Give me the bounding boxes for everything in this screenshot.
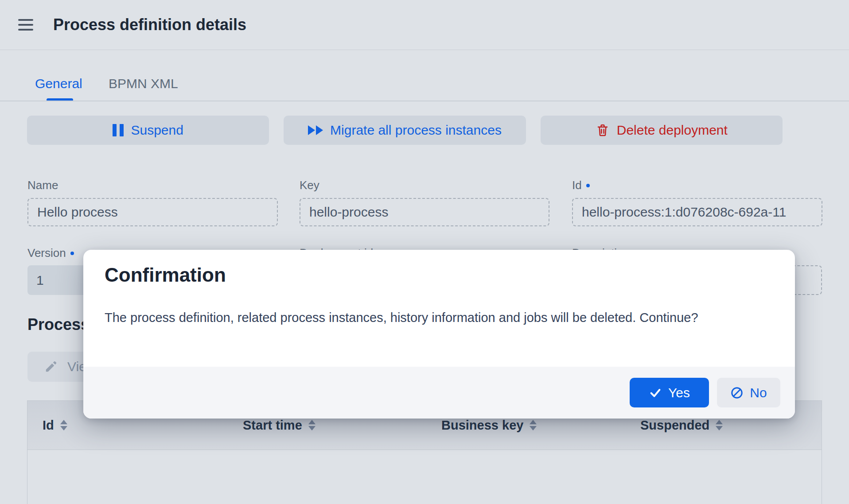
name-label: Name [27, 178, 58, 192]
dialog-message: The process definition, related process … [105, 309, 778, 326]
page-title: Process definition details [53, 16, 246, 34]
dialog-title: Confirmation [105, 264, 226, 286]
yes-button[interactable]: Yes [630, 378, 709, 407]
tab-general[interactable]: General [35, 76, 82, 91]
process-section-title: Process [27, 315, 90, 334]
key-label: Key [300, 178, 319, 192]
check-icon [649, 386, 662, 399]
migrate-button[interactable]: Migrate all process instances [284, 116, 526, 145]
key-field[interactable]: hello-process [300, 198, 549, 226]
pause-icon [113, 124, 124, 136]
sort-icon [308, 420, 315, 430]
menu-icon[interactable] [18, 19, 33, 31]
ban-icon [730, 386, 744, 399]
confirmation-dialog: Confirmation The process definition, rel… [83, 250, 795, 419]
sort-icon [60, 420, 67, 430]
app-header: Process definition details [0, 0, 849, 50]
tab-divider [0, 101, 849, 101]
id-label: Id [572, 178, 590, 192]
dialog-footer: Yes No [83, 367, 795, 419]
trash-icon [596, 123, 610, 138]
id-field[interactable]: hello-process:1:d076208c-692a-11 [572, 198, 822, 226]
tab-bpmn-xml[interactable]: BPMN XML [109, 76, 178, 91]
tab-bar: General BPMN XML [0, 50, 849, 101]
delete-deployment-button[interactable]: Delete deployment [541, 116, 783, 145]
name-field[interactable]: Hello process [27, 198, 278, 226]
sort-icon [530, 420, 537, 430]
version-label: Version [27, 246, 74, 260]
no-button[interactable]: No [717, 378, 780, 407]
required-dot [586, 184, 590, 187]
action-button-row: Suspend Migrate all process instances De… [27, 116, 783, 145]
suspend-button[interactable]: Suspend [27, 116, 269, 145]
required-dot [70, 252, 74, 255]
pencil-icon [44, 360, 58, 373]
sort-icon [716, 420, 723, 430]
fast-forward-icon [308, 125, 323, 135]
